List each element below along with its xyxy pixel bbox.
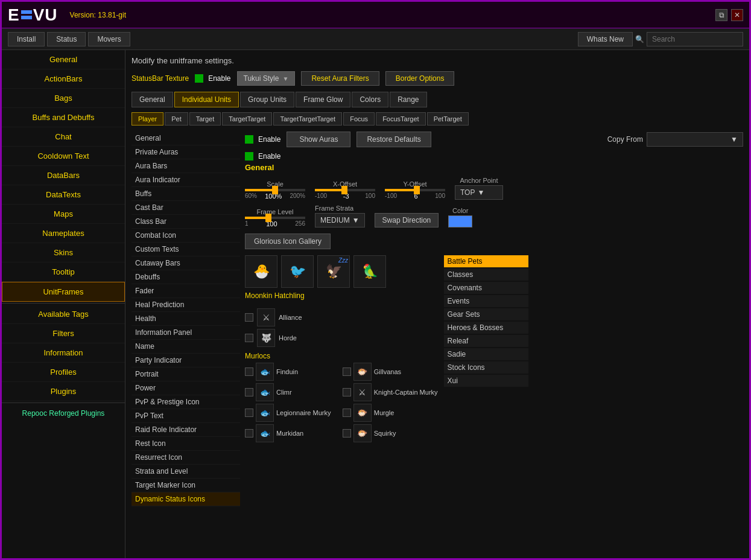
sidebar-item-unitframes[interactable]: UnitFrames (2, 282, 125, 302)
left-item-class-bar[interactable]: Class Bar (132, 215, 240, 229)
left-item-fader[interactable]: Fader (132, 284, 240, 298)
left-item-buffs[interactable]: Buffs (132, 187, 240, 201)
maximize-button[interactable]: ⧉ (715, 9, 727, 21)
copy-from-dropdown[interactable]: ▼ (647, 132, 743, 147)
sidebar-item-actionbars[interactable]: ActionBars (2, 69, 125, 89)
left-item-aura-bars[interactable]: Aura Bars (132, 159, 240, 173)
scale-slider[interactable] (245, 189, 305, 191)
y-offset-slider[interactable] (385, 189, 445, 191)
category-battle-pets[interactable]: Battle Pets (444, 255, 528, 267)
subtab-focus[interactable]: Focus (343, 112, 375, 126)
pet-icon-2[interactable]: 🐦 (281, 255, 314, 288)
left-item-raid-role[interactable]: Raid Role Indicator (132, 423, 240, 437)
climr-entry[interactable]: 🐟 Climr (245, 383, 340, 401)
left-item-general[interactable]: General (132, 132, 240, 145)
border-options-button[interactable]: Border Options (385, 71, 455, 86)
finduin-entry[interactable]: 🐟 Finduin (245, 363, 340, 381)
left-item-cast-bar[interactable]: Cast Bar (132, 201, 240, 215)
sidebar-item-profiles[interactable]: Profiles (2, 363, 125, 382)
left-item-debuffs[interactable]: Debuffs (132, 270, 240, 284)
left-item-name[interactable]: Name (132, 340, 240, 354)
horde-checkbox[interactable] (245, 334, 253, 342)
sidebar-item-datatexts[interactable]: DataTexts (2, 185, 125, 205)
category-events[interactable]: Events (444, 295, 528, 307)
left-item-information-panel[interactable]: Information Panel (132, 326, 240, 340)
pet-icon-3[interactable]: 🦅 Zzz (317, 255, 350, 288)
left-item-strata-level[interactable]: Strata and Level (132, 465, 240, 479)
left-item-resurrect-icon[interactable]: Resurrect Icon (132, 451, 240, 465)
sidebar-item-skins[interactable]: Skins (2, 243, 125, 262)
left-item-aura-indicator[interactable]: Aura Indicator (132, 173, 240, 187)
alliance-entry[interactable]: ⚔ Alliance (245, 308, 438, 326)
sidebar-item-available-tags[interactable]: Available Tags (2, 305, 125, 324)
legionnaire-checkbox[interactable] (245, 409, 253, 417)
color-swatch[interactable] (448, 215, 472, 228)
search-input[interactable] (647, 32, 743, 46)
alliance-checkbox[interactable] (245, 313, 253, 322)
swap-direction-button[interactable]: Swap Direction (375, 213, 439, 228)
murgle-checkbox[interactable] (343, 409, 351, 417)
sidebar-item-buffs[interactable]: Buffs and Debuffs (2, 108, 125, 127)
gallery-button[interactable]: Glorious Icon Gallery (245, 234, 331, 249)
whats-new-button[interactable]: Whats New (578, 32, 633, 46)
reset-aura-filters-button[interactable]: Reset Aura Filters (301, 71, 379, 86)
tab-general[interactable]: General (132, 92, 173, 107)
left-item-pvp-text[interactable]: PvP Text (132, 409, 240, 423)
tab-frame-glow[interactable]: Frame Glow (296, 92, 350, 107)
legionnaire-entry[interactable]: 🐟 Legionnaire Murky (245, 404, 340, 422)
tab-group-units[interactable]: Group Units (240, 92, 294, 107)
restore-defaults-button[interactable]: Restore Defaults (356, 132, 431, 147)
category-heroes-bosses[interactable]: Heroes & Bosses (444, 322, 528, 334)
y-offset-thumb[interactable] (414, 186, 420, 194)
category-stock-icons[interactable]: Stock Icons (444, 361, 528, 374)
subtab-pet[interactable]: Pet (165, 112, 188, 126)
left-item-health[interactable]: Health (132, 312, 240, 326)
squirky-entry[interactable]: 🐡 Squirky (343, 424, 438, 442)
sidebar-plugin-label[interactable]: Repooc Reforged Plugins (2, 404, 125, 422)
knight-murky-checkbox[interactable] (343, 388, 351, 396)
scale-thumb[interactable] (272, 186, 278, 194)
murgle-entry[interactable]: 🐡 Murgle (343, 404, 438, 422)
left-item-party-indicator[interactable]: Party Indicator (132, 354, 240, 368)
subtab-targettarget[interactable]: TargetTarget (222, 112, 272, 126)
movers-button[interactable]: Movers (88, 32, 130, 46)
left-item-cutaway-bars[interactable]: Cutaway Bars (132, 256, 240, 270)
frame-strata-dropdown[interactable]: MEDIUM ▼ (315, 213, 365, 228)
sidebar-item-tooltip[interactable]: Tooltip (2, 262, 125, 282)
show-auras-button[interactable]: Show Auras (287, 132, 350, 147)
sidebar-item-chat[interactable]: Chat (2, 127, 125, 147)
x-offset-slider[interactable] (315, 189, 375, 191)
status-button[interactable]: Status (47, 32, 86, 46)
left-item-pvp-prestige[interactable]: PvP & Prestige Icon (132, 395, 240, 409)
subtab-player[interactable]: Player (132, 112, 163, 126)
sidebar-item-general[interactable]: General (2, 50, 125, 69)
tab-colors[interactable]: Colors (352, 92, 388, 107)
anchor-point-dropdown[interactable]: TOP ▼ (455, 185, 503, 200)
category-covenants[interactable]: Covenants (444, 282, 528, 294)
gillvanas-checkbox[interactable] (343, 368, 351, 376)
sidebar-item-databars[interactable]: DataBars (2, 166, 125, 185)
left-item-custom-texts[interactable]: Custom Texts (132, 243, 240, 256)
gillvanas-entry[interactable]: 🐡 Gillvanas (343, 363, 438, 381)
subtab-targettargettarget[interactable]: TargetTargetTarget (273, 112, 342, 126)
murkidan-checkbox[interactable] (245, 429, 253, 438)
sidebar-item-nameplates[interactable]: Nameplates (2, 224, 125, 243)
sidebar-item-cooldown[interactable]: Cooldown Text (2, 147, 125, 166)
sidebar-item-filters[interactable]: Filters (2, 324, 125, 343)
left-item-dynamic-status[interactable]: Dynamic Status Icons (132, 492, 240, 506)
subtab-focustarget[interactable]: FocusTarget (376, 112, 426, 126)
sidebar-item-plugins[interactable]: Plugins (2, 382, 125, 401)
frame-level-slider[interactable] (245, 217, 305, 219)
subtab-target[interactable]: Target (189, 112, 221, 126)
close-button[interactable]: ✕ (731, 9, 743, 21)
left-item-rest-icon[interactable]: Rest Icon (132, 437, 240, 451)
pet-icon-1[interactable]: 🐣 (245, 255, 277, 288)
install-button[interactable]: Install (8, 32, 45, 46)
tab-range[interactable]: Range (390, 92, 426, 107)
horde-entry[interactable]: 🐺 Horde (245, 329, 438, 347)
x-offset-thumb[interactable] (341, 186, 347, 194)
category-classes[interactable]: Classes (444, 269, 528, 281)
sidebar-item-maps[interactable]: Maps (2, 205, 125, 224)
left-item-target-marker[interactable]: Target Marker Icon (132, 479, 240, 492)
subtab-pettarget[interactable]: PetTarget (427, 112, 469, 126)
